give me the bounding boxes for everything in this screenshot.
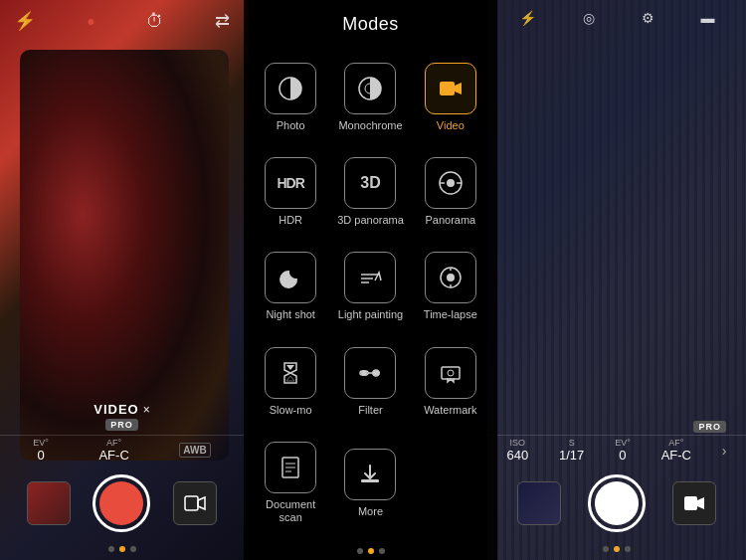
monochrome-icon: [357, 76, 383, 101]
left-top-bar: ⚡ ● ⏱ ⇄: [0, 0, 244, 42]
more-icon-box: [344, 449, 396, 500]
mode-3d-panorama[interactable]: 3D 3D panorama: [331, 145, 409, 238]
pro-badge-left: PRO: [105, 419, 138, 431]
mode-panorama[interactable]: Panorama: [412, 145, 489, 238]
time-lapse-icon-box: [425, 252, 476, 303]
af-label: AF°: [106, 438, 121, 448]
svg-point-16: [361, 370, 367, 376]
svg-rect-24: [361, 479, 379, 482]
video-icon: [438, 76, 464, 101]
filter-icon-box: [344, 347, 396, 399]
slow-mo-icon-box: [265, 347, 316, 399]
right-dots: [487, 542, 746, 560]
svg-rect-26: [684, 496, 697, 510]
modal-dots: [244, 540, 497, 560]
svg-point-19: [448, 370, 454, 376]
svg-point-12: [447, 274, 455, 281]
right-pro-row: PRO: [487, 421, 746, 433]
video-btn-icon: [184, 492, 206, 514]
modal-title: Modes: [244, 0, 497, 47]
left-timer-icon[interactable]: ⏱: [146, 11, 164, 32]
ev-label: EV°: [33, 438, 49, 448]
watermark-icon-box: [425, 347, 476, 399]
right-flash-icon[interactable]: ⚡: [519, 10, 536, 26]
dot-3: [379, 548, 385, 554]
mode-photo[interactable]: Photo: [252, 51, 329, 143]
time-lapse-icon: [438, 265, 464, 290]
filter-label: Filter: [358, 404, 382, 417]
pro-badge-right: PRO: [693, 421, 726, 433]
left-dot-3: [130, 546, 136, 552]
left-video-mode-button[interactable]: [173, 481, 217, 525]
left-record-icon[interactable]: ●: [87, 13, 94, 29]
more-label: More: [358, 505, 383, 518]
dot-1: [357, 548, 363, 554]
right-af-control: AF° AF-C: [661, 438, 691, 463]
svg-point-5: [447, 179, 455, 187]
monochrome-icon-box: [344, 63, 396, 114]
left-dot-2: [119, 546, 125, 552]
3d-icon-box: 3D: [344, 157, 396, 209]
shutter-value: 1/17: [559, 448, 584, 463]
doc-scan-label: Document scan: [256, 498, 325, 524]
right-thumbnail[interactable]: [517, 481, 561, 525]
shutter-control: S 1/17: [559, 438, 584, 463]
dot-2: [368, 548, 374, 554]
photo-icon: [278, 76, 303, 101]
mode-watermark[interactable]: Watermark: [412, 335, 489, 428]
svg-rect-18: [442, 367, 460, 379]
right-ev-value: 0: [619, 448, 626, 463]
slow-mo-label: Slow-mo: [270, 404, 312, 417]
left-bottom-area: VIDEO × PRO EV° 0 AF° AF-C AWB: [0, 402, 244, 560]
photo-icon-box: [265, 63, 316, 114]
mode-filter[interactable]: Filter: [331, 335, 409, 428]
mode-more[interactable]: More: [331, 430, 409, 536]
mode-document-scan[interactable]: Document scan: [252, 430, 329, 536]
mode-hdr[interactable]: HDR HDR: [252, 145, 329, 238]
film-icon[interactable]: ▬: [701, 10, 715, 26]
ev-value: 0: [37, 448, 44, 463]
right-bottom-area: PRO ISO 640 S 1/17 EV° 0 AF° AF-C ›: [487, 421, 746, 560]
mode-time-lapse[interactable]: Time-lapse: [412, 241, 489, 333]
right-video-mode-button[interactable]: [672, 481, 716, 525]
photo-label: Photo: [277, 119, 305, 132]
video-mode-badge: VIDEO: [93, 402, 138, 417]
awb-control: AWB: [179, 443, 210, 458]
right-dot-2: [614, 546, 620, 552]
mode-video[interactable]: Video: [412, 51, 489, 143]
mode-night-shot[interactable]: Night shot: [252, 241, 329, 333]
right-shutter-button[interactable]: [588, 474, 646, 532]
light-painting-label: Light painting: [338, 308, 403, 321]
modes-grid: Photo Monochrome Video: [244, 47, 497, 540]
right-controls-row: ISO 640 S 1/17 EV° 0 AF° AF-C ›: [487, 436, 746, 465]
hdr-text: HDR: [277, 175, 303, 191]
face-detect-icon[interactable]: ◎: [583, 10, 595, 26]
left-swap-icon[interactable]: ⇄: [215, 10, 230, 32]
left-flash-icon[interactable]: ⚡: [14, 10, 36, 32]
light-painting-icon: [357, 265, 383, 290]
left-dot-1: [108, 546, 114, 552]
awb-badge: AWB: [179, 443, 210, 458]
download-icon: [357, 462, 383, 487]
settings-icon[interactable]: ⚙: [642, 10, 654, 26]
left-shutter-button[interactable]: [93, 474, 150, 532]
mode-light-painting[interactable]: Light painting: [331, 241, 409, 333]
close-video-icon[interactable]: ×: [143, 403, 150, 417]
left-thumbnail[interactable]: [27, 481, 71, 525]
mode-slow-mo[interactable]: Slow-mo: [252, 335, 329, 428]
right-af-value: AF-C: [661, 448, 691, 463]
mode-monochrome[interactable]: Monochrome: [331, 51, 409, 143]
hdr-label: HDR: [279, 214, 302, 227]
af-control: AF° AF-C: [98, 438, 128, 463]
svg-rect-3: [440, 82, 455, 95]
3d-text: 3D: [360, 174, 380, 192]
right-af-label: AF°: [668, 438, 683, 448]
right-shutter-inner: [595, 481, 639, 525]
panorama-icon-box: [425, 157, 476, 209]
right-extra-icon: ›: [722, 443, 727, 459]
right-dot-3: [625, 546, 631, 552]
watermark-icon: [438, 360, 464, 386]
video-label: Video: [437, 119, 465, 132]
time-lapse-label: Time-lapse: [424, 308, 477, 321]
modes-modal: Modes Photo Monochrome: [244, 0, 497, 560]
